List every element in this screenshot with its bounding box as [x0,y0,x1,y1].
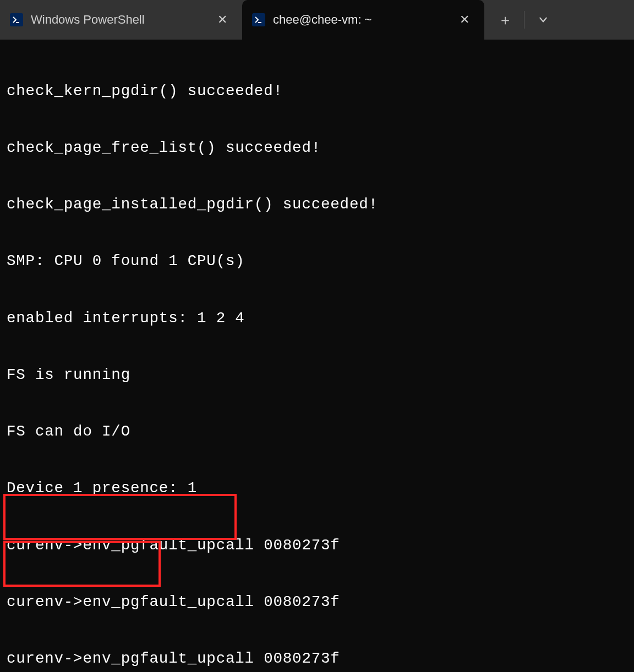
terminal-line: FS can do I/O [7,422,627,441]
terminal-line: FS is running [7,366,627,384]
tab-ssh-session[interactable]: chee@chee-vm: ~ ✕ [242,0,484,40]
terminal-line: curenv->env_pgfault_upcall 0080273f [7,593,627,612]
terminal-line: curenv->env_pgfault_upcall 0080273f [7,649,627,668]
terminal-line: Device 1 presence: 1 [7,479,627,498]
titlebar-actions: ＋ [484,0,634,40]
close-icon[interactable]: ✕ [455,10,474,30]
tab-title: chee@chee-vm: ~ [273,13,371,27]
divider [524,11,524,29]
terminal-line: enabled interrupts: 1 2 4 [7,309,627,328]
annotation-box [3,494,237,540]
terminal-line: curenv->env_pgfault_upcall 0080273f [7,536,627,555]
close-icon[interactable]: ✕ [212,10,232,30]
tab-powershell[interactable]: Windows PowerShell ✕ [0,0,242,40]
powershell-icon [10,13,23,26]
terminal-line: check_kern_pgdir() succeeded! [7,82,627,101]
terminal-line: check_page_free_list() succeeded! [7,139,627,157]
powershell-icon [252,13,265,26]
tab-dropdown-button[interactable] [527,7,560,33]
tab-title: Windows PowerShell [31,13,145,27]
terminal-output[interactable]: check_kern_pgdir() succeeded! check_page… [0,40,634,672]
terminal-line: check_page_installed_pgdir() succeeded! [7,195,627,214]
window-titlebar: Windows PowerShell ✕ chee@chee-vm: ~ ✕ ＋ [0,0,634,40]
terminal-line: SMP: CPU 0 found 1 CPU(s) [7,252,627,271]
new-tab-button[interactable]: ＋ [489,7,522,33]
